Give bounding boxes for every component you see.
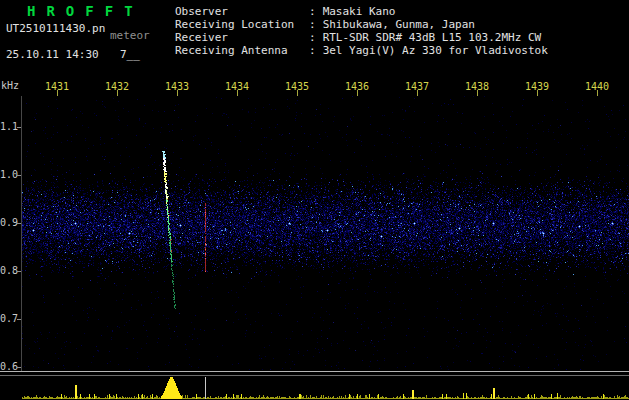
- freq-tick-label: 1.0: [0, 169, 16, 180]
- signal-level-strip-canvas: [22, 377, 629, 399]
- mode-label: meteor: [110, 30, 150, 42]
- info-row-observer: Observer : Masaki Kano: [175, 5, 548, 18]
- info-row-receiver: Receiver : RTL-SDR SDR# 43dB L15 103.2MH…: [175, 31, 548, 44]
- separator-line-upper: [0, 371, 629, 372]
- spectrogram-canvas: [22, 96, 629, 370]
- info-label: Observer: [175, 5, 309, 18]
- datetime-label: 25.10.11 14:30: [6, 49, 99, 61]
- info-label: Receiving Location: [175, 18, 309, 31]
- freq-tick-label: 0.9: [0, 217, 16, 228]
- info-colon: :: [309, 5, 316, 18]
- info-row-location: Receiving Location : Shibukawa, Gunma, J…: [175, 18, 548, 31]
- info-value: Shibukawa, Gunma, Japan: [323, 18, 475, 31]
- info-label: Receiver: [175, 31, 309, 44]
- info-colon: :: [309, 31, 316, 44]
- app-title: HROFFT: [27, 4, 144, 19]
- freq-tick-label: 0.7: [0, 313, 16, 324]
- station-info: Observer : Masaki Kano Receiving Locatio…: [175, 5, 548, 57]
- separator-line-lower: [0, 375, 629, 376]
- info-colon: :: [309, 18, 316, 31]
- info-label: Receiving Antenna: [175, 44, 309, 57]
- info-value: Masaki Kano: [323, 5, 396, 18]
- info-row-antenna: Receiving Antenna : 3el Yagi(V) Az 330 f…: [175, 44, 548, 57]
- freq-tick-label: 0.8: [0, 265, 16, 276]
- counter-label: 7__: [120, 49, 140, 61]
- output-filename: UT2510111430.pn: [6, 23, 105, 35]
- freq-tick-label: 1.1: [0, 121, 16, 132]
- info-value: RTL-SDR SDR# 43dB L15 103.2MHz CW: [323, 31, 542, 44]
- hrofft-window: HROFFT UT2510111430.pn meteor 25.10.11 1…: [0, 0, 629, 400]
- info-colon: :: [309, 44, 316, 57]
- freq-unit-label: kHz: [1, 80, 19, 91]
- info-value: 3el Yagi(V) Az 330 for Vladivostok: [323, 44, 548, 57]
